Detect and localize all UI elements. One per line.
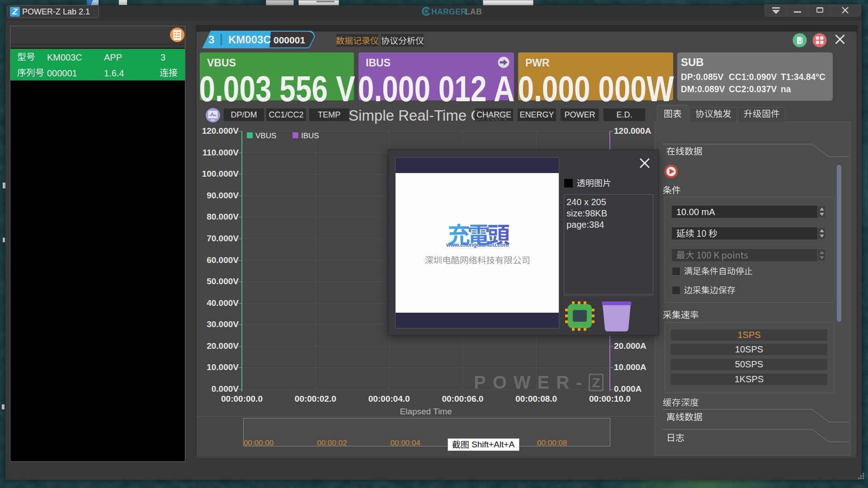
svg-text:HARGER: HARGER bbox=[431, 7, 467, 16]
svg-text:LAB: LAB bbox=[465, 7, 482, 16]
